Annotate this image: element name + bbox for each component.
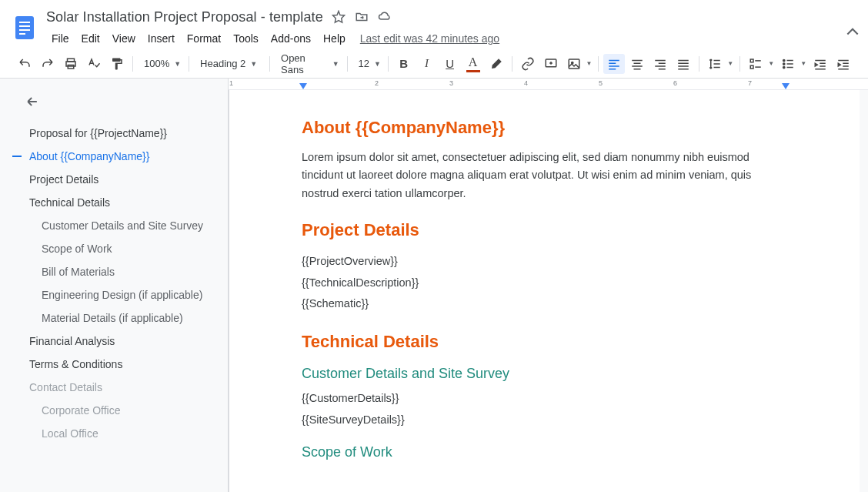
ruler-number: 1 <box>229 79 233 87</box>
spellcheck-button[interactable] <box>83 54 105 74</box>
svg-rect-1 <box>19 22 30 23</box>
add-comment-button[interactable] <box>540 54 562 74</box>
move-folder-icon[interactable] <box>354 9 369 25</box>
menu-addons[interactable]: Add-ons <box>265 29 316 48</box>
star-icon[interactable] <box>331 9 346 25</box>
align-center-button[interactable] <box>626 54 648 74</box>
align-left-button[interactable] <box>603 54 625 74</box>
document-page[interactable]: About {{CompanyName}} Lorem ipsum dolor … <box>229 90 860 492</box>
outline-back-icon[interactable] <box>0 88 228 122</box>
italic-button[interactable]: I <box>416 54 438 74</box>
ruler-number: 4 <box>524 79 528 87</box>
outline-subitem[interactable]: Scope of Work <box>0 237 228 260</box>
document-outline: Proposal for {{ProjectName}} About {{Com… <box>0 79 229 492</box>
cloud-status-icon[interactable] <box>377 9 392 25</box>
line-spacing-button[interactable]: ▼ <box>704 54 735 74</box>
increase-indent-button[interactable] <box>833 54 854 74</box>
subheading-scope[interactable]: Scope of Work <box>302 444 787 460</box>
outline-item[interactable]: Proposal for {{ProjectName}} <box>0 122 228 145</box>
svg-point-13 <box>783 59 785 61</box>
indent-marker-icon[interactable] <box>299 83 307 89</box>
document-area: 1 2 3 4 5 6 7 About {{CompanyName}} Lore… <box>229 79 868 492</box>
svg-point-15 <box>783 66 785 68</box>
outline-item[interactable]: Technical Details <box>0 191 228 214</box>
docs-home-icon[interactable] <box>9 6 40 48</box>
outline-subitem[interactable]: Local Office <box>0 422 228 445</box>
svg-rect-2 <box>19 25 30 27</box>
bulleted-list-button[interactable]: ▼ <box>777 54 808 74</box>
menu-tools[interactable]: Tools <box>228 29 264 48</box>
bold-button[interactable]: B <box>393 54 415 74</box>
svg-point-14 <box>783 62 785 64</box>
menu-insert[interactable]: Insert <box>142 29 180 48</box>
redo-button[interactable] <box>37 54 58 74</box>
document-title[interactable]: Solar Installation Project Proposal - te… <box>46 9 323 25</box>
placeholder-text[interactable]: {{SiteSurveyDetails}} <box>302 410 787 431</box>
ruler-number: 3 <box>449 79 453 87</box>
svg-rect-0 <box>15 16 34 39</box>
paint-format-button[interactable] <box>106 54 128 74</box>
undo-button[interactable] <box>14 54 35 74</box>
outline-subitem[interactable]: Corporate Office <box>0 399 228 422</box>
hide-menus-icon[interactable] <box>845 25 860 40</box>
svg-rect-11 <box>750 59 753 62</box>
underline-button[interactable]: U <box>439 54 461 74</box>
zoom-select[interactable]: 100%▼ <box>138 54 184 74</box>
font-select[interactable]: Open Sans▼ <box>275 54 342 74</box>
menu-bar: File Edit View Insert Format Tools Add-o… <box>46 28 859 49</box>
heading-project-details[interactable]: Project Details <box>302 220 787 240</box>
placeholder-text[interactable]: {{CustomerDetails}} <box>302 388 787 410</box>
svg-rect-12 <box>750 65 753 69</box>
menu-view[interactable]: View <box>107 29 141 48</box>
checklist-button[interactable]: ▼ <box>745 54 776 74</box>
menu-format[interactable]: Format <box>182 29 226 48</box>
insert-link-button[interactable] <box>517 54 539 74</box>
title-area: Solar Installation Project Proposal - te… <box>46 6 859 49</box>
heading-technical-details[interactable]: Technical Details <box>302 332 787 352</box>
align-justify-button[interactable] <box>673 54 694 74</box>
outline-subitem[interactable]: Material Details (if applicable) <box>0 306 228 330</box>
highlight-button[interactable] <box>486 54 507 74</box>
subheading-customer-details[interactable]: Customer Details and Site Survey <box>302 366 787 382</box>
menu-file[interactable]: File <box>46 29 75 48</box>
svg-rect-3 <box>19 29 30 31</box>
decrease-indent-button[interactable] <box>810 54 831 74</box>
toolbar: 100%▼ Heading 2▼ Open Sans▼ 12▼ B I U A … <box>0 49 868 79</box>
outline-subitem[interactable]: Engineering Design (if applicable) <box>0 283 228 306</box>
paragraph[interactable]: Lorem ipsum dolor sit amet, consectetuer… <box>302 149 787 204</box>
align-right-button[interactable] <box>649 54 671 74</box>
style-select[interactable]: Heading 2▼ <box>194 54 265 74</box>
outline-item[interactable]: Contact Details <box>0 376 228 399</box>
insert-image-button[interactable]: ▼ <box>563 54 594 74</box>
body-area: Proposal for {{ProjectName}} About {{Com… <box>0 79 868 492</box>
font-size-select[interactable]: 12▼ <box>352 54 383 74</box>
ruler-number: 7 <box>748 79 752 87</box>
right-indent-marker-icon[interactable] <box>782 83 790 89</box>
print-button[interactable] <box>60 54 82 74</box>
outline-item[interactable]: Financial Analysis <box>0 330 228 353</box>
heading-about[interactable]: About {{CompanyName}} <box>302 118 787 138</box>
horizontal-ruler[interactable]: 1 2 3 4 5 6 7 <box>229 79 868 90</box>
text-color-button[interactable]: A <box>462 54 484 74</box>
placeholder-text[interactable]: {{ProjectOverview}} <box>302 251 787 273</box>
outline-subitem[interactable]: Customer Details and Site Survey <box>0 214 228 237</box>
svg-rect-4 <box>19 33 25 35</box>
outline-item[interactable]: Project Details <box>0 168 228 191</box>
placeholder-text[interactable]: {{TechnicalDescription}} <box>302 273 787 294</box>
app-header: Solar Installation Project Proposal - te… <box>0 0 868 49</box>
outline-item[interactable]: Terms & Conditions <box>0 353 228 376</box>
placeholder-text[interactable]: {{Schematic}} <box>302 293 787 315</box>
ruler-number: 2 <box>375 79 379 87</box>
outline-subitem[interactable]: Bill of Materials <box>0 260 228 283</box>
menu-help[interactable]: Help <box>318 29 351 48</box>
ruler-number: 6 <box>673 79 677 87</box>
menu-edit[interactable]: Edit <box>76 29 105 48</box>
ruler-number: 5 <box>599 79 603 87</box>
last-edit-link[interactable]: Last edit was 42 minutes ago <box>360 32 499 45</box>
outline-item[interactable]: About {{CompanyName}} <box>0 145 228 168</box>
